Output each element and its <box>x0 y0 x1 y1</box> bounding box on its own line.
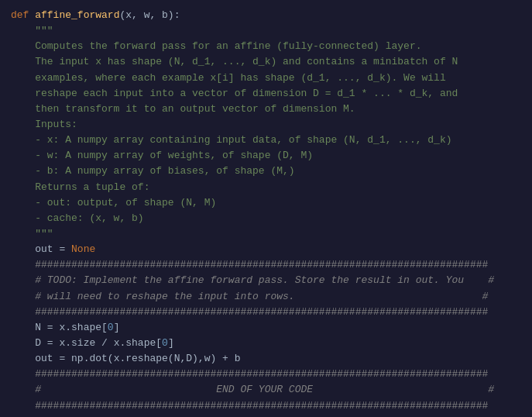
code-line-27: ########################################… <box>11 367 521 382</box>
keyword-def: def <box>11 9 35 21</box>
code-line-22: # will need to reshape the input into ro… <box>11 289 521 305</box>
code-line-30: cache = (x, w, b) <box>11 414 521 417</box>
code-line-8: then transform it to an output vector of… <box>11 102 521 117</box>
code-line-5: The input x has shape (N, d_1, ..., d_k)… <box>11 54 521 70</box>
code-line-13: - b: A numpy array of biases, of shape (… <box>11 164 521 179</box>
code-line-10: Inputs: <box>11 117 521 133</box>
code-line-7: reshape each input into a vector of dime… <box>11 86 521 102</box>
code-line-25: D = x.size / x.shape[0] <box>11 336 521 351</box>
code-line-23: ########################################… <box>11 305 521 320</box>
code-line-26: out = np.dot(x.reshape(N,D),w) + b <box>11 351 521 367</box>
code-line-16: - out: output, of shape (N, M) <box>11 195 521 211</box>
code-line-3: Computes the forward pass for an affine … <box>11 39 521 54</box>
code-line-12: - w: A numpy array of weights, of shape … <box>11 148 521 164</box>
function-name: affine_forward <box>35 9 119 21</box>
code-line-20: ########################################… <box>11 257 521 273</box>
code-line-28: # END OF YOUR CODE # <box>11 382 521 398</box>
code-line-11: - x: A numpy array containing input data… <box>11 133 521 148</box>
code-block: def affine_forward(x, w, b): """ Compute… <box>0 0 532 417</box>
code-line-2: """ <box>11 23 521 39</box>
code-line-6: examples, where each example x[i] has sh… <box>11 71 521 86</box>
code-line-18: """ <box>11 226 521 242</box>
params: (x, w, b): <box>119 9 180 21</box>
code-line-19: out = None <box>11 242 521 257</box>
code-line-17: - cache: (x, w, b) <box>11 211 521 226</box>
code-line-15: Returns a tuple of: <box>11 180 521 195</box>
code-line-24: N = x.shape[0] <box>11 320 521 336</box>
code-line-1: def affine_forward(x, w, b): <box>11 8 521 23</box>
code-line-29: ########################################… <box>11 398 521 414</box>
code-line-21: # TODO: Implement the affine forward pas… <box>11 273 521 288</box>
